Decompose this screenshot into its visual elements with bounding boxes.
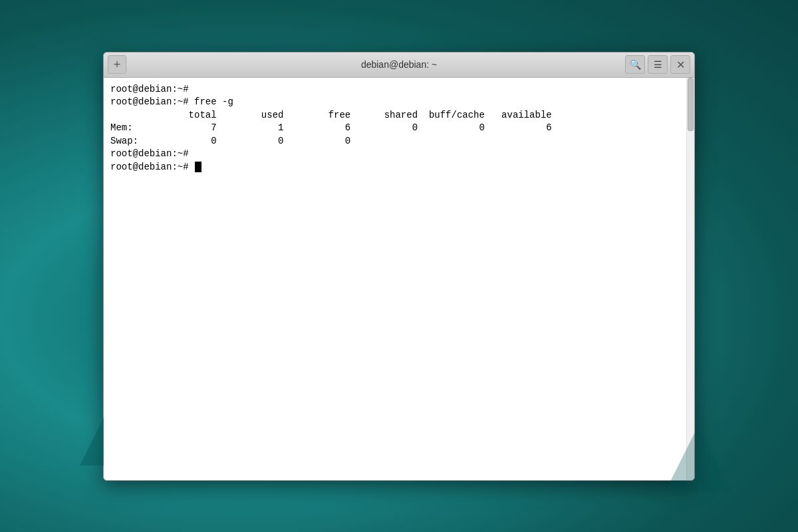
title-bar-left: + (108, 55, 126, 74)
new-tab-icon: + (114, 59, 121, 70)
terminal-content[interactable]: root@debian:~# root@debian:~# free -g to… (104, 78, 694, 480)
scrollbar[interactable] (686, 78, 694, 480)
title-bar: + debian@debian: ~ 🔍 ☰ ✕ (104, 53, 694, 78)
close-icon: ✕ (676, 59, 685, 71)
menu-button[interactable]: ☰ (648, 55, 668, 74)
close-button[interactable]: ✕ (670, 55, 690, 74)
terminal-cursor (195, 162, 201, 172)
search-icon: 🔍 (630, 59, 641, 70)
window-title: debian@debian: ~ (361, 59, 437, 70)
terminal-output: root@debian:~# root@debian:~# free -g to… (110, 83, 688, 174)
title-bar-controls: 🔍 ☰ ✕ (625, 55, 690, 74)
scrollbar-thumb[interactable] (688, 78, 694, 131)
new-tab-button[interactable]: + (108, 55, 126, 74)
menu-icon: ☰ (654, 59, 662, 70)
search-button[interactable]: 🔍 (625, 55, 645, 74)
terminal-window: + debian@debian: ~ 🔍 ☰ ✕ root@debian:~# … (103, 52, 695, 481)
